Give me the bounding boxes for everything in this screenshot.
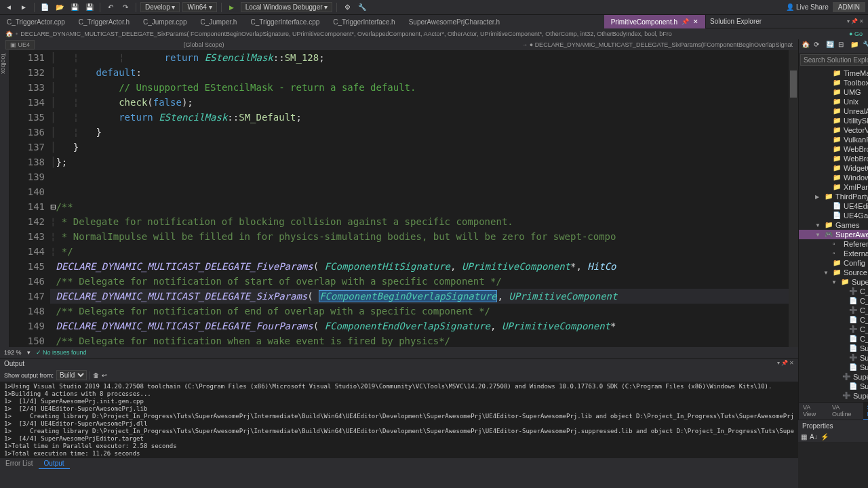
panel-close-icon[interactable]: ✕: [859, 18, 864, 24]
tool-icon[interactable]: ⚙: [341, 1, 353, 14]
tree-item[interactable]: 📄SuperAwesomePrj.Build.cs: [799, 344, 868, 353]
tree-item[interactable]: ➕SuperAwesomePrj.cpp: [799, 353, 868, 363]
tree-item[interactable]: 📁WidgetCarousel: [799, 163, 868, 173]
admin-badge[interactable]: ADMIN: [833, 2, 865, 12]
new-file-icon[interactable]: 📄: [39, 1, 51, 14]
zoom-level[interactable]: 192 %: [4, 349, 22, 356]
collapse-icon[interactable]: ⊟: [838, 41, 849, 52]
tree-item[interactable]: ▫External Dependencies: [799, 249, 868, 258]
tree-item[interactable]: 📁WebBrowser: [799, 144, 868, 154]
tab-triggerinterface-cpp[interactable]: C_TriggerInterface.cpp: [243, 15, 326, 28]
tree-item[interactable]: 📄UE4Game.Target.cs: [799, 211, 868, 220]
save-icon[interactable]: 💾: [68, 1, 81, 14]
tree-item[interactable]: 📄SuperAwesomePrjCharacter.h: [799, 382, 868, 391]
tab-close-icon[interactable]: ✕: [693, 18, 698, 25]
properties-panel: Properties ▾ 📌 ✕ ▦ A↓ ⚡: [798, 420, 868, 488]
undo-icon[interactable]: ↶: [104, 1, 117, 14]
tree-item[interactable]: ➕C_TriggerInterface.cpp: [799, 325, 868, 334]
tree-item[interactable]: ▼📁SuperAwesomePrj: [799, 277, 868, 287]
tool2-icon[interactable]: 🔧: [356, 1, 368, 14]
prop-icon[interactable]: 🔧: [863, 41, 868, 52]
tree-item[interactable]: 📁Toolbox: [799, 78, 868, 87]
tree-item[interactable]: 📁XmlParser: [799, 182, 868, 192]
output-dropdown-icon[interactable]: ▾: [777, 360, 780, 366]
tree-item[interactable]: ➕C_Jumper.cpp: [799, 287, 868, 296]
tree-item[interactable]: 📄C_TriggerInterface.h: [799, 334, 868, 344]
tree-item[interactable]: 📁UnrealAudio: [799, 106, 868, 116]
panel-dropdown-icon[interactable]: ▾: [847, 18, 850, 24]
tab-va-view[interactable]: VA View: [799, 403, 828, 420]
tree-item[interactable]: 📁Config: [799, 258, 868, 268]
tab-error-list[interactable]: Error List: [0, 458, 39, 469]
tree-item[interactable]: ▼🎮SuperAwesomePrj: [799, 230, 868, 239]
showall-icon[interactable]: 📁: [850, 41, 861, 52]
solution-search[interactable]: Search Solution Explorer (Ctrl+;) 🔍: [800, 54, 868, 66]
tree-item[interactable]: ▫References: [799, 239, 868, 249]
props-az-icon[interactable]: A↓: [810, 433, 818, 441]
vertical-scrollbar[interactable]: [789, 50, 798, 347]
tree-item[interactable]: 📁WebBrowserTexture: [799, 154, 868, 163]
home-icon[interactable]: 🏠: [802, 41, 812, 52]
tab-triggerinterface-h[interactable]: C_TriggerInterface.h: [326, 15, 401, 28]
tree-item[interactable]: 📁UMG: [799, 87, 868, 97]
output-close-icon[interactable]: ✕: [789, 360, 794, 366]
tab-jumper-h[interactable]: C_Jumper.h: [193, 15, 243, 28]
tree-item[interactable]: 📁VectorVM: [799, 125, 868, 135]
tab-character-h[interactable]: SuperAwesomePrjCharacter.h: [402, 15, 507, 28]
tab-output[interactable]: Output: [39, 458, 70, 469]
code-content[interactable]: │ ¦ ¦ return EStencilMask::SM_128; │ ¦ d…: [50, 50, 798, 347]
tree-item[interactable]: 📄SuperAwesomePrj.h: [799, 363, 868, 372]
breadcrumb-path[interactable]: DECLARE_DYNAMIC_MULTICAST_DELEGATE_SixPa…: [20, 30, 672, 37]
props-events-icon[interactable]: ⚡: [821, 433, 829, 441]
tab-pin-icon[interactable]: 📌: [682, 18, 689, 25]
tab-solution-explorer[interactable]: Solution Explorer: [863, 403, 868, 420]
nav-back-icon[interactable]: ◄: [3, 1, 15, 14]
props-cat-icon[interactable]: ▦: [801, 433, 807, 441]
solution-tree[interactable]: 📁TimeManagement📁Toolbox📁UMG📁Unix📁UnrealA…: [799, 67, 868, 402]
tree-item[interactable]: 📄UE4Editor.Target.cs: [799, 201, 868, 211]
tree-item[interactable]: 📁VulkanRHI: [799, 135, 868, 144]
tree-item[interactable]: ▼📁Source: [799, 268, 868, 277]
tab-triggeractor-cpp[interactable]: C_TriggerActor.cpp: [0, 15, 72, 28]
output-pin-icon[interactable]: 📌: [781, 360, 788, 366]
tab-triggeractor-h[interactable]: C_TriggerActor.h: [72, 15, 136, 28]
tree-item[interactable]: 📁UtilityShaders: [799, 116, 868, 125]
toolbox-vtab[interactable]: Toolbox: [0, 50, 7, 77]
output-wrap-icon[interactable]: ↩: [102, 372, 107, 379]
refresh-icon[interactable]: 🔄: [826, 41, 837, 52]
tree-item[interactable]: ▼📁Games: [799, 220, 868, 230]
scope-global[interactable]: (Global Scope): [183, 41, 224, 48]
code-editor[interactable]: 1311321331341351361371381391401411421431…: [9, 50, 798, 347]
tree-item[interactable]: 📁Unix: [799, 97, 868, 106]
redo-icon[interactable]: ↷: [119, 1, 132, 14]
tab-jumper-cpp[interactable]: C_Jumper.cpp: [136, 15, 193, 28]
scope-project[interactable]: ▣ UE4: [5, 40, 35, 49]
tree-item[interactable]: ➕C_TriggerActor.cpp: [799, 306, 868, 315]
platform-dropdown[interactable]: Win64 ▾: [182, 2, 216, 12]
output-from-select[interactable]: Build: [56, 370, 87, 380]
tree-item[interactable]: ➕SuperAwesomePrjGameMode.cpp: [799, 391, 868, 401]
tab-primitivecomponent-h[interactable]: PrimitiveComponent.h📌✕: [604, 15, 705, 28]
open-icon[interactable]: 📂: [54, 1, 66, 14]
output-content[interactable]: 1>Using Visual Studio 2019 14.20.27508 t…: [0, 382, 798, 458]
tree-item[interactable]: 📁TimeManagement: [799, 68, 868, 78]
debugger-dropdown[interactable]: Local Windows Debugger ▾: [241, 2, 333, 12]
tree-item[interactable]: ➕SuperAwesomePrjCharacter.cpp: [799, 372, 868, 382]
nav-fwd-icon[interactable]: ►: [18, 1, 30, 14]
run-icon[interactable]: ▶: [226, 1, 238, 14]
output-clear-icon[interactable]: 🗑: [93, 372, 99, 379]
panel-pin-icon[interactable]: 📌: [851, 18, 858, 24]
tree-item[interactable]: 📁Windows: [799, 173, 868, 182]
scope-function[interactable]: → ● DECLARE_DYNAMIC_MULTICAST_DELEGATE_S…: [521, 41, 793, 48]
tree-item[interactable]: 📄C_Jumper.h: [799, 296, 868, 306]
sync-icon[interactable]: ⟳: [814, 41, 825, 52]
live-share-button[interactable]: 👤 Live Share: [786, 3, 829, 11]
config-dropdown[interactable]: Develop ▾: [140, 2, 180, 12]
breadcrumb-go[interactable]: ● Go: [849, 30, 863, 37]
issues-status[interactable]: ✓ No issues found: [36, 349, 87, 356]
tree-item[interactable]: 📄C_TriggerActor.h: [799, 315, 868, 325]
tab-va-outline[interactable]: VA Outline: [828, 403, 863, 420]
breadcrumb-home-icon[interactable]: 🏠: [5, 30, 13, 37]
save-all-icon[interactable]: 💾: [83, 1, 96, 14]
tree-item[interactable]: ▶📁ThirdParty: [799, 192, 868, 201]
